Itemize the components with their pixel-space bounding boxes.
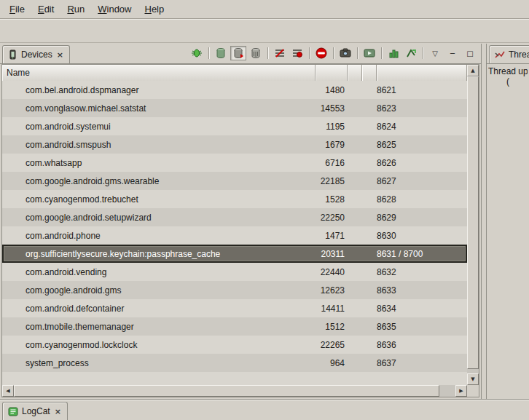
cell-name: com.cyanogenmod.lockclock bbox=[2, 340, 316, 350]
cell-name: com.android.defcontainer bbox=[2, 304, 316, 314]
table-row[interactable]: org.sufficientlysecure.keychain:passphra… bbox=[2, 245, 467, 263]
screen-record-icon[interactable] bbox=[361, 46, 377, 60]
column-header-a[interactable] bbox=[348, 65, 362, 81]
bottom-bar: LogCat × bbox=[0, 399, 529, 420]
start-method-profiling-icon[interactable] bbox=[289, 46, 305, 60]
cell-pid: 12623 bbox=[316, 285, 348, 296]
devices-toolbar: ▽ ─ □ bbox=[189, 46, 481, 63]
cell-name: com.cyanogenmod.trebuchet bbox=[2, 194, 316, 205]
cell-pid: 14553 bbox=[316, 103, 348, 114]
table-row[interactable]: com.android.systemui 1195 8624 bbox=[2, 117, 467, 135]
table-row[interactable]: com.vonglasow.michael.satstat 14553 8623 bbox=[2, 99, 467, 117]
cell-port: 8632 bbox=[377, 267, 467, 277]
cell-pid: 1679 bbox=[316, 140, 348, 150]
menu-help[interactable]: Help bbox=[138, 1, 171, 17]
update-threads-icon[interactable] bbox=[272, 46, 288, 60]
vertical-scroll-thumb[interactable] bbox=[467, 76, 479, 369]
cell-port: 8623 bbox=[377, 103, 467, 114]
close-icon[interactable]: × bbox=[56, 51, 64, 59]
table-row[interactable]: com.google.android.setupwizard 22250 862… bbox=[2, 208, 467, 226]
tab-logcat[interactable]: LogCat × bbox=[2, 402, 68, 420]
threads-panel: Threads Thread up ( bbox=[486, 44, 529, 399]
table-header: Name bbox=[2, 65, 467, 81]
table-row[interactable]: com.google.android.gms.wearable 22185 86… bbox=[2, 172, 467, 190]
cell-name: org.sufficientlysecure.keychain:passphra… bbox=[2, 249, 316, 259]
maximize-icon[interactable]: □ bbox=[462, 46, 478, 60]
cell-port: 8631 / 8700 bbox=[377, 249, 467, 259]
menu-window[interactable]: Window bbox=[91, 1, 138, 17]
table-row[interactable]: com.android.phone 1471 8630 bbox=[2, 226, 467, 245]
update-heap-icon[interactable] bbox=[213, 46, 229, 60]
menu-file[interactable]: File bbox=[3, 1, 31, 17]
tab-devices[interactable]: Devices × bbox=[2, 45, 70, 63]
cell-port: 8625 bbox=[377, 140, 467, 150]
scroll-left-icon[interactable]: ◀ bbox=[2, 385, 14, 397]
column-header-pid[interactable] bbox=[316, 65, 348, 81]
cell-name: com.android.smspush bbox=[2, 140, 316, 150]
threads-icon bbox=[495, 50, 505, 60]
cell-pid: 1480 bbox=[316, 85, 348, 95]
cell-port: 8637 bbox=[377, 358, 467, 368]
cell-port: 8621 bbox=[377, 85, 467, 95]
device-process-table: Name com.bel.android.dspmanager 1480 862… bbox=[1, 64, 479, 397]
cell-name: com.google.android.setupwizard bbox=[2, 213, 316, 223]
cause-gc-icon[interactable] bbox=[248, 46, 264, 60]
cell-pid: 1195 bbox=[316, 122, 348, 132]
table-row[interactable]: com.bel.android.dspmanager 1480 8621 bbox=[2, 81, 467, 99]
menu-bar: File Edit Run Window Help bbox=[0, 0, 529, 19]
minimize-icon[interactable]: ─ bbox=[444, 46, 461, 60]
threads-panel-header: Threads bbox=[487, 44, 529, 64]
scroll-down-icon[interactable]: ▼ bbox=[467, 373, 479, 385]
table-row[interactable]: com.android.defcontainer 14411 8634 bbox=[2, 299, 467, 317]
table-row[interactable]: system_process 964 8637 bbox=[2, 354, 467, 372]
table-row[interactable]: com.tmobile.thememanager 1512 8635 bbox=[2, 317, 467, 336]
cell-name: com.tmobile.thememanager bbox=[2, 322, 316, 332]
dump-hprof-icon[interactable] bbox=[230, 46, 246, 60]
device-icon bbox=[8, 49, 17, 60]
scroll-up-icon[interactable]: ▲ bbox=[467, 65, 479, 76]
cell-port: 8635 bbox=[377, 322, 467, 332]
horizontal-scroll-thumb[interactable] bbox=[14, 385, 439, 397]
toolbar-separator bbox=[267, 47, 268, 59]
cell-port: 8636 bbox=[377, 340, 467, 350]
column-header-b[interactable] bbox=[362, 65, 377, 81]
tab-devices-label: Devices bbox=[21, 49, 52, 60]
debug-process-icon[interactable] bbox=[189, 46, 205, 60]
table-row[interactable]: com.android.smspush 1679 8625 bbox=[2, 135, 467, 154]
scroll-right-icon[interactable]: ▶ bbox=[455, 385, 467, 397]
view-menu-icon[interactable]: ▽ bbox=[427, 46, 443, 60]
cell-port: 8633 bbox=[377, 285, 467, 296]
toolbar-separator bbox=[208, 47, 209, 59]
menu-run[interactable]: Run bbox=[60, 1, 91, 17]
hierarchy-view-icon[interactable] bbox=[403, 46, 419, 60]
cell-name: com.vonglasow.michael.satstat bbox=[2, 103, 316, 114]
toolbar-separator bbox=[423, 47, 423, 59]
cell-name: com.google.android.gms.wearable bbox=[2, 176, 316, 186]
cell-pid: 22250 bbox=[316, 213, 348, 223]
column-header-port[interactable] bbox=[377, 65, 467, 81]
column-header-name[interactable]: Name bbox=[2, 65, 316, 81]
cell-pid: 1528 bbox=[316, 194, 348, 205]
cell-port: 8634 bbox=[377, 304, 467, 314]
scrollbar-corner bbox=[467, 385, 479, 397]
table-row[interactable]: com.cyanogenmod.trebuchet 1528 8628 bbox=[2, 190, 467, 208]
toolbar-separator bbox=[333, 47, 334, 59]
sysinfo-icon[interactable] bbox=[385, 46, 401, 60]
tab-threads[interactable]: Threads bbox=[489, 45, 529, 63]
horizontal-scrollbar[interactable]: ◀ ▶ bbox=[2, 385, 467, 397]
table-row[interactable]: com.android.vending 22440 8632 bbox=[2, 263, 467, 281]
devices-panel: Devices × bbox=[0, 44, 482, 399]
tab-threads-label: Threads bbox=[509, 49, 529, 60]
table-row[interactable]: com.whatsapp 6716 8626 bbox=[2, 154, 467, 172]
table-row[interactable]: com.cyanogenmod.lockclock 22265 8636 bbox=[2, 336, 467, 354]
cell-pid: 22440 bbox=[316, 267, 348, 277]
cell-name: com.whatsapp bbox=[2, 158, 316, 168]
menu-edit[interactable]: Edit bbox=[31, 1, 60, 17]
cell-port: 8628 bbox=[377, 194, 467, 205]
stop-process-icon[interactable] bbox=[313, 46, 329, 60]
vertical-scrollbar[interactable]: ▲ ▼ bbox=[467, 65, 479, 385]
screen-capture-icon[interactable] bbox=[337, 46, 353, 60]
close-icon[interactable]: × bbox=[54, 408, 62, 416]
cell-port: 8626 bbox=[377, 158, 467, 168]
table-row[interactable]: com.google.android.gms 12623 8633 bbox=[2, 281, 467, 299]
